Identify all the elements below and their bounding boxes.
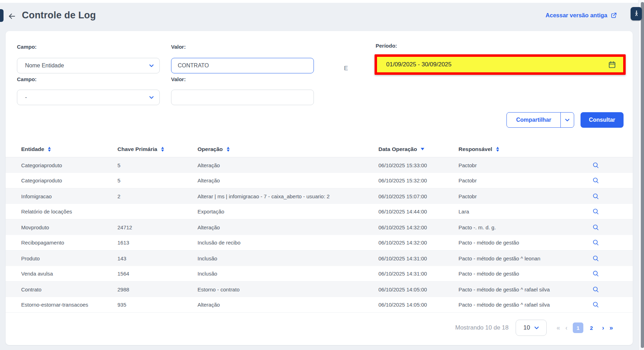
campo1-label: Campo: [17,44,37,50]
cell-data-operacao: 06/10/2025 14:05:00 [378,286,458,292]
column-label: Operação [198,146,223,152]
last-page-button[interactable]: » [609,324,613,332]
table-row: Recibopagamento1613Inclusão de recibo06/… [6,235,633,251]
next-page-button[interactable]: › [602,324,604,332]
sort-icon[interactable] [496,147,499,152]
row-detail-search-icon[interactable] [587,239,633,246]
cell-operacao: Alteração [198,162,378,168]
sort-desc-icon[interactable] [421,148,424,150]
share-dropdown-toggle[interactable] [560,113,574,127]
page-number-list: 12 [573,322,597,333]
row-detail-search-icon[interactable] [587,270,633,277]
log-control-page: Controle de Log Acessar versão antiga Ca… [0,0,644,350]
share-split-button[interactable]: Compartilhar [506,112,574,128]
cell-data-operacao: 06/10/2025 14:31:00 [378,255,458,261]
table-body: Categoriaproduto5Alteração06/10/2025 15:… [6,157,633,313]
filter-connector-label: E [341,65,351,72]
row-detail-search-icon[interactable] [587,255,633,262]
periodo-daterange-field[interactable]: 01/09/2025 - 30/09/2025 [375,54,626,75]
page-button-1[interactable]: 1 [573,322,583,333]
cell-responsavel: Pacto - método de gestão [458,271,587,277]
chevron-down-icon [565,119,570,122]
cell-data-operacao: 06/10/2025 14:32:00 [378,224,458,230]
cell-responsavel: Lara [458,209,587,215]
valor2-input[interactable] [171,94,314,101]
first-page-button[interactable]: « [557,324,560,332]
cell-responsavel: Pactobr [458,177,587,183]
sidebar-collapsed-tab[interactable] [0,9,4,22]
sort-icon[interactable] [161,147,164,152]
cell-data-operacao: 06/10/2025 15:33:00 [378,162,458,168]
back-button[interactable] [7,11,17,21]
cell-data-operacao: 06/10/2025 14:32:00 [378,240,458,246]
accessibility-widget-button[interactable] [631,7,642,20]
filter-and-results-card: Campo: Nome Entidade Valor: E Período: 0… [6,31,633,345]
cell-operacao: Inclusão [198,271,378,277]
column-header-entidade[interactable]: Entidade [21,146,117,152]
campo2-select[interactable]: - [17,90,160,105]
vertical-scrollbar[interactable] [638,0,644,350]
cell-chave-primaria: 1564 [117,271,198,277]
row-detail-search-icon[interactable] [587,224,633,231]
cell-entidade: Contrato [21,286,117,292]
campo1-select[interactable]: Nome Entidade [17,58,160,73]
valor1-field [171,58,314,73]
row-detail-search-icon[interactable] [587,286,633,293]
row-detail-search-icon[interactable] [587,301,633,308]
cell-responsavel: Pacto - método de gestão ^ rafael silva [458,302,587,308]
cell-operacao: Alteração [198,224,378,230]
cell-data-operacao: 06/10/2025 14:31:00 [378,271,458,277]
sort-icon[interactable] [48,147,51,152]
cell-entidade: Venda avulsa [21,271,117,277]
chevron-down-icon [149,64,154,67]
cell-responsavel: Pacto -. m. d. g. [458,224,587,230]
column-header-responsavel[interactable]: Responsável [458,146,587,152]
column-header-operacao[interactable]: Operação [198,146,378,152]
sort-icon[interactable] [227,147,230,152]
share-button-label[interactable]: Compartilhar [507,113,560,127]
cell-operacao: Alterar | ms | infomigracao - 7 - caixa_… [198,193,378,199]
actions-bar: Compartilhar Consultar [506,112,624,128]
cell-chave-primaria: 5 [117,162,198,168]
valor1-label: Valor: [171,44,186,50]
cell-chave-primaria: 143 [117,255,198,261]
column-header-chave-primaria[interactable]: Chave Primária [117,146,198,152]
pagination-controls: « ‹ 12 › » [557,322,613,333]
accessibility-person-icon [633,10,639,18]
cell-responsavel: Pactobr [458,162,587,168]
cell-chave-primaria: 2 [117,193,198,199]
cell-chave-primaria: 5 [117,177,198,183]
calendar-icon[interactable] [608,61,616,69]
cell-entidade: Estorno-estornar-transacoes [21,302,117,308]
campo2-label: Campo: [17,76,37,82]
log-table: EntidadeChave PrimáriaOperaçãoData Opera… [6,141,633,313]
cell-chave-primaria: 24712 [117,224,198,230]
table-row: Contrato2988Estorno - contrato06/10/2025… [6,282,633,297]
page-size-value: 10 [523,324,530,331]
prev-page-button[interactable]: ‹ [565,324,567,332]
column-label: Responsável [458,146,492,152]
row-detail-search-icon[interactable] [587,208,633,215]
row-detail-search-icon[interactable] [587,162,633,169]
cell-chave-primaria: 1613 [117,240,198,246]
page-size-select[interactable]: 10 [516,320,547,336]
table-row: Relatório de locaçõesExportação06/10/202… [6,204,633,219]
cell-operacao: Alteração [198,302,378,308]
row-detail-search-icon[interactable] [587,177,633,184]
top-strip [0,0,644,3]
column-label: Chave Primária [117,146,157,152]
column-header-data-operacao[interactable]: Data Operação [378,146,458,152]
old-version-link[interactable]: Acessar versão antiga [546,12,617,19]
valor1-input[interactable] [171,62,314,69]
page-button-2[interactable]: 2 [586,322,597,333]
cell-data-operacao: 06/10/2025 15:32:00 [378,177,458,183]
table-row: Categoriaproduto5Alteração06/10/2025 15:… [6,157,633,173]
row-detail-search-icon[interactable] [587,193,633,200]
cell-data-operacao: 06/10/2025 14:05:00 [378,302,458,308]
consult-button[interactable]: Consultar [581,112,624,128]
periodo-value: 01/09/2025 - 30/09/2025 [386,61,451,68]
cell-responsavel: Pacto - método de gestão ^ rafael silva [458,286,587,292]
table-row: Venda avulsa1564Inclusão06/10/2025 14:31… [6,266,633,282]
scrollbar-thumb[interactable] [641,2,644,348]
old-version-label: Acessar versão antiga [546,12,607,19]
